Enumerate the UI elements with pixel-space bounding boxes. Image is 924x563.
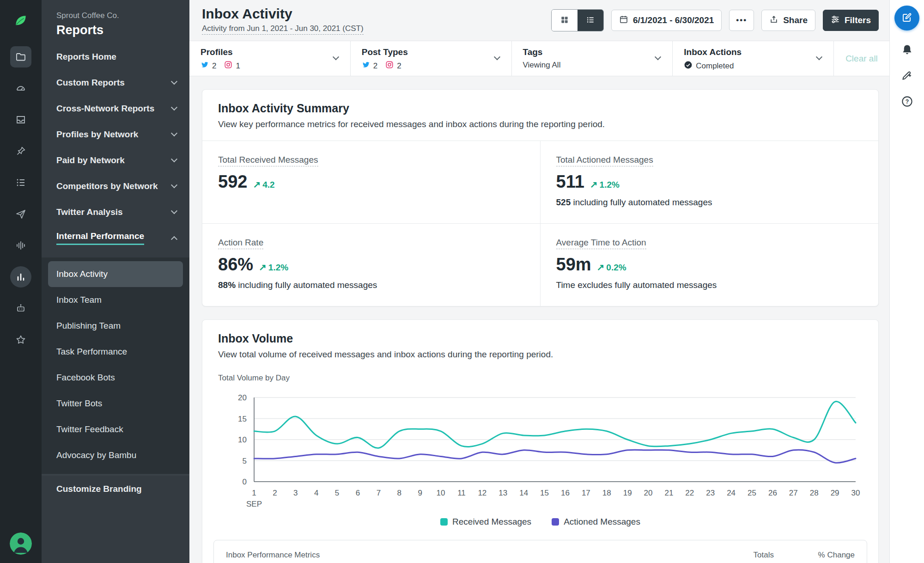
customize-branding-label: Customize Branding — [56, 484, 142, 494]
profiles-filter[interactable]: Profiles 2 1 — [189, 41, 351, 76]
submenu-item-twitter-feedback[interactable]: Twitter Feedback — [42, 416, 189, 442]
compose-pencil-icon — [901, 12, 912, 24]
sidebar-item-label: Cross-Network Reports — [56, 104, 154, 114]
reports-folder-icon[interactable] — [10, 46, 31, 67]
user-avatar[interactable] — [10, 532, 32, 555]
sidebar-item-custom-reports[interactable]: Custom Reports — [42, 70, 189, 96]
report-body: Inbox Activity Summary View key performa… — [189, 76, 889, 563]
submenu-item-facebook-bots[interactable]: Facebook Bots — [42, 365, 189, 391]
publishing-icon[interactable] — [10, 203, 31, 225]
tags-filter-label: Tags — [523, 47, 662, 57]
submenu-item-twitter-bots[interactable]: Twitter Bots — [42, 391, 189, 416]
legend-item-actioned[interactable]: Actioned Messages — [552, 517, 640, 527]
inbox-actions-filter[interactable]: Inbox Actions Completed — [673, 41, 834, 76]
svg-text:13: 13 — [498, 489, 507, 497]
filter-bar: Profiles 2 1 Post Types 2 2 Tags Viewing… — [189, 41, 889, 76]
metric-label[interactable]: Total Received Messages — [218, 155, 318, 166]
date-range-button[interactable]: 6/1/2021 - 6/30/2021 — [611, 10, 722, 31]
sidebar-item-label: Reports Home — [56, 52, 116, 62]
submenu-item-publishing-team[interactable]: Publishing Team — [42, 313, 189, 339]
more-options-button[interactable]: ••• — [729, 10, 754, 31]
svg-text:10: 10 — [238, 435, 247, 444]
twitter-icon — [201, 61, 209, 71]
report-toolbar: 6/1/2021 - 6/30/2021 ••• Share Filters — [551, 9, 879, 31]
metric-note: 525 including fully automated messages — [556, 197, 863, 208]
tags-filter[interactable]: Tags Viewing All — [512, 41, 673, 76]
grid-view-button[interactable] — [552, 10, 578, 31]
legend-item-received[interactable]: Received Messages — [440, 517, 531, 527]
bots-icon[interactable] — [10, 298, 31, 319]
list-view-button[interactable] — [578, 10, 603, 31]
queue-icon[interactable] — [10, 172, 31, 193]
app-rail — [0, 0, 42, 563]
listening-icon[interactable] — [10, 235, 31, 256]
analytics-icon[interactable] — [10, 266, 31, 288]
customize-branding-button[interactable]: Customize Branding — [42, 475, 189, 503]
sidebar-item-competitors-by-network[interactable]: Competitors by Network — [42, 173, 189, 199]
grid-view-icon — [560, 15, 569, 26]
submenu-item-label: Twitter Bots — [56, 398, 102, 409]
svg-text:9: 9 — [418, 489, 422, 497]
dashboard-icon[interactable] — [10, 78, 31, 99]
sidebar-title: Reports — [56, 23, 175, 37]
page-title-block: Inbox Activity Activity from Jun 1, 2021… — [202, 6, 364, 35]
svg-text:SEP: SEP — [246, 500, 262, 508]
svg-text:30: 30 — [851, 489, 860, 497]
internal-performance-submenu: Inbox Activity Inbox Team Publishing Tea… — [42, 257, 189, 474]
svg-text:8: 8 — [397, 489, 401, 497]
metric-label[interactable]: Total Actioned Messages — [556, 155, 653, 166]
svg-text:19: 19 — [623, 489, 632, 497]
notifications-bell-icon[interactable] — [900, 43, 914, 56]
submenu-item-label: Twitter Feedback — [56, 424, 123, 434]
feedback-icon[interactable] — [900, 68, 914, 82]
share-button[interactable]: Share — [761, 10, 815, 31]
help-icon[interactable]: ? — [900, 94, 914, 108]
table-header-row: Inbox Performance Metrics Totals % Chang… — [226, 551, 855, 563]
sidebar-item-paid-by-network[interactable]: Paid by Network — [42, 147, 189, 173]
sprout-logo-icon[interactable] — [9, 9, 32, 32]
summary-metrics-grid: Total Received Messages 592 ↗4.2 Total A… — [202, 141, 878, 306]
sidebar-item-internal-performance[interactable]: Internal Performance — [42, 225, 189, 251]
submenu-item-task-performance[interactable]: Task Performance — [42, 339, 189, 365]
inbox-actions-filter-value: Completed — [696, 61, 734, 71]
filters-button[interactable]: Filters — [823, 10, 879, 31]
sidebar-item-profiles-by-network[interactable]: Profiles by Network — [42, 122, 189, 147]
sidebar-item-cross-network-reports[interactable]: Cross-Network Reports — [42, 96, 189, 122]
submenu-item-label: Publishing Team — [56, 321, 121, 331]
share-icon — [769, 15, 778, 26]
inbox-performance-metrics-table: Inbox Performance Metrics Totals % Chang… — [213, 540, 867, 563]
submenu-item-label: Inbox Activity — [56, 269, 108, 279]
svg-text:5: 5 — [335, 489, 339, 497]
submenu-item-advocacy-by-bambu[interactable]: Advocacy by Bambu — [42, 442, 189, 468]
clear-all-button[interactable]: Clear all — [834, 41, 889, 76]
chevron-up-icon — [171, 236, 177, 243]
metric-label[interactable]: Average Time to Action — [556, 238, 646, 249]
submenu-item-inbox-team[interactable]: Inbox Team — [42, 287, 189, 313]
sidebar-item-label: Custom Reports — [56, 78, 125, 88]
instagram-icon — [224, 61, 232, 71]
svg-text:28: 28 — [810, 489, 819, 497]
post-types-filter-value: 2 2 — [362, 61, 500, 71]
volume-chart-area: Total Volume by Day 05101520123456789101… — [202, 371, 878, 530]
compose-button[interactable] — [894, 6, 919, 31]
calendar-icon — [619, 15, 628, 26]
inbox-icon[interactable] — [10, 109, 31, 130]
submenu-item-inbox-activity[interactable]: Inbox Activity — [48, 261, 183, 287]
up-right-arrow-icon: ↗ — [259, 262, 267, 273]
submenu-item-label: Facebook Bots — [56, 373, 115, 383]
utility-rail: ? — [889, 0, 924, 563]
pin-icon[interactable] — [10, 141, 31, 162]
svg-text:7: 7 — [377, 489, 381, 497]
svg-text:4: 4 — [314, 489, 318, 497]
post-types-filter-label: Post Types — [362, 47, 500, 57]
reviews-star-icon[interactable] — [10, 329, 31, 350]
metric-label[interactable]: Action Rate — [218, 238, 263, 249]
up-right-arrow-icon: ↗ — [590, 179, 598, 190]
post-types-filter[interactable]: Post Types 2 2 — [351, 41, 512, 76]
sidebar-item-twitter-analysis[interactable]: Twitter Analysis — [42, 199, 189, 225]
sidebar-item-reports-home[interactable]: Reports Home — [42, 44, 189, 70]
view-toggle-group — [551, 9, 604, 31]
svg-text:27: 27 — [789, 489, 798, 497]
svg-text:12: 12 — [478, 489, 486, 497]
metric-value: 592 — [218, 172, 247, 192]
